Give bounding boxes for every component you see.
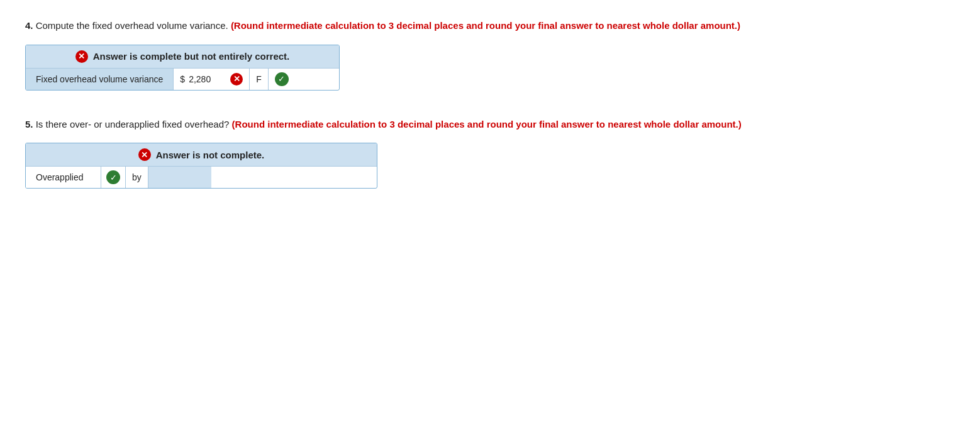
q4-title: 4. Compute the fixed overhead volume var… [25,19,955,33]
q5-by-text: by [126,167,148,188]
q5-row-label: Overapplied [26,167,101,188]
q4-check-area: ✓ [269,69,295,90]
q4-value-area: $ ✕ [174,69,249,90]
q5-status-bar: ✕ Answer is not complete. [26,143,377,166]
q5-title: 5. Is there over- or underapplied fixed … [25,118,955,132]
question-5: 5. Is there over- or underapplied fixed … [25,118,955,191]
q4-currency: $ [180,74,185,84]
q4-variance-type: F [249,69,269,90]
q4-error-icon: ✕ [75,50,88,63]
q4-value-input[interactable] [189,74,226,84]
q4-check-icon: ✓ [275,72,289,86]
q4-text: Compute the fixed overhead volume varian… [36,20,228,31]
q4-status-bar: ✕ Answer is complete but not entirely co… [26,45,339,68]
question-4: 4. Compute the fixed overhead volume var… [25,19,955,92]
q5-check-icon: ✓ [106,170,120,184]
q5-error-icon: ✕ [138,148,151,161]
q5-amount-cell[interactable] [148,167,211,188]
q4-answer-row: Fixed overhead volume variance $ ✕ F ✓ [26,68,339,90]
q5-text: Is there over- or underapplied fixed ove… [36,119,230,129]
q4-status-text: Answer is complete but not entirely corr… [93,51,290,62]
q5-answer-box: ✕ Answer is not complete. Overapplied ✓ … [25,143,377,189]
q5-check-cell: ✓ [101,167,126,188]
q4-row-label: Fixed overhead volume variance [26,69,174,90]
q5-instruction: (Round intermediate calculation to 3 dec… [232,119,742,129]
q4-answer-box: ✕ Answer is complete but not entirely co… [25,45,340,91]
q5-status-text: Answer is not complete. [156,150,265,160]
q4-number: 4. [25,20,33,31]
q5-number: 5. [25,119,33,129]
q4-value-error-icon: ✕ [230,73,243,85]
q4-instruction: (Round intermediate calculation to 3 dec… [231,20,740,31]
q5-amount-input[interactable] [153,172,204,182]
q5-answer-row: Overapplied ✓ by [26,166,377,188]
